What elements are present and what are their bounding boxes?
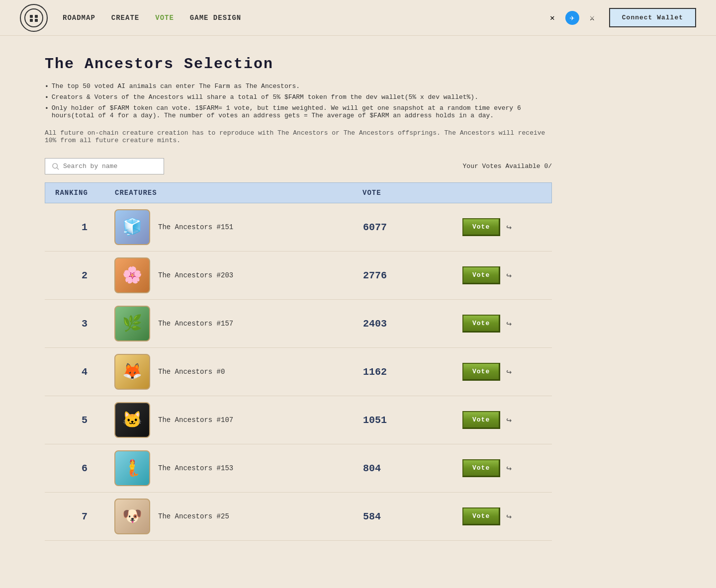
creature-name: The Ancestors #107 [158, 416, 233, 424]
main-content: The Ancestors Selection The top 50 voted… [0, 36, 597, 561]
creature-portrait: 🐱 [122, 410, 142, 430]
vote-actions: Vote ↪ [462, 218, 542, 236]
vote-actions: Vote ↪ [462, 315, 542, 333]
telegram-icon[interactable]: ✈ [565, 11, 579, 25]
creature-image: 🦊 [114, 354, 150, 390]
creature-portrait: 🌸 [122, 265, 142, 285]
nav-create[interactable]: CREATE [111, 14, 139, 22]
nav-game-design[interactable]: GAME DESIGN [190, 14, 241, 22]
page-title: The Ancestors Selection [45, 56, 552, 73]
table-row: 2 🌸 The Ancestors #203 2776 Vote ↪ [45, 252, 552, 300]
vote-count: 584 [363, 511, 462, 522]
info-item-1: The top 50 voted AI animals can enter Th… [45, 83, 552, 90]
creature-name: The Ancestors #203 [158, 271, 233, 279]
creature-portrait: 🧜 [122, 458, 142, 478]
twitter-icon[interactable]: ✕ [545, 11, 559, 25]
info-note: All future on-chain creature creation ha… [45, 129, 552, 144]
table-row: 7 🐶 The Ancestors #25 584 Vote ↪ [45, 493, 552, 541]
table-row: 6 🧜 The Ancestors #153 804 Vote ↪ [45, 444, 552, 493]
info-item-3: Only holder of $FARM token can vote. 1$F… [45, 104, 552, 119]
votes-available: Your Votes Available 0/ [463, 163, 552, 170]
creature-name: The Ancestors #151 [158, 223, 233, 231]
vote-button[interactable]: Vote [462, 363, 500, 381]
search-votes-row: Your Votes Available 0/ [45, 158, 552, 174]
share-icon[interactable]: ↪ [506, 318, 512, 329]
nav-roadmap[interactable]: ROADMAP [63, 14, 95, 22]
discord-icon[interactable]: ⚔ [585, 11, 599, 25]
creature-cell: 🌿 The Ancestors #157 [114, 306, 363, 341]
creature-portrait: 🦊 [122, 362, 142, 382]
creature-cell: 🦊 The Ancestors #0 [114, 354, 363, 390]
vote-actions: Vote ↪ [462, 266, 542, 284]
info-list: The top 50 voted AI animals can enter Th… [45, 83, 552, 119]
creatures-table: RANKING CREATURES VOTE 1 🧊 The Ancestors… [45, 182, 552, 541]
connect-wallet-button[interactable]: Connect Wallet [609, 8, 696, 27]
vote-button[interactable]: Vote [462, 266, 500, 284]
search-input[interactable] [63, 163, 157, 170]
creature-name: The Ancestors #0 [158, 368, 225, 376]
search-box [45, 158, 164, 174]
creature-name: The Ancestors #153 [158, 464, 233, 472]
rank-cell: 7 [55, 511, 114, 522]
creature-image: 🐱 [114, 402, 150, 438]
site-logo[interactable] [20, 4, 48, 32]
rank-cell: 6 [55, 463, 114, 474]
creature-cell: 🐶 The Ancestors #25 [114, 499, 363, 534]
creature-cell: 🧜 The Ancestors #153 [114, 450, 363, 486]
vote-count: 1162 [363, 366, 462, 378]
header-actions [462, 189, 541, 197]
share-icon[interactable]: ↪ [506, 511, 512, 522]
creature-name: The Ancestors #157 [158, 320, 233, 328]
table-row: 1 🧊 The Ancestors #151 6077 Vote ↪ [45, 203, 552, 252]
search-icon [52, 163, 59, 170]
svg-rect-4 [35, 19, 38, 22]
vote-count: 2776 [363, 270, 462, 281]
vote-count: 6077 [363, 222, 462, 233]
creature-name: The Ancestors #25 [158, 512, 229, 520]
creature-cell: 🐱 The Ancestors #107 [114, 402, 363, 438]
nav-social-icons: ✕ ✈ ⚔ [545, 11, 599, 25]
creature-image: 🧜 [114, 450, 150, 486]
rank-cell: 4 [55, 366, 114, 378]
share-icon[interactable]: ↪ [506, 415, 512, 425]
table-row: 3 🌿 The Ancestors #157 2403 Vote ↪ [45, 300, 552, 348]
vote-button[interactable]: Vote [462, 411, 500, 429]
svg-rect-1 [30, 15, 33, 18]
creature-cell: 🧊 The Ancestors #151 [114, 209, 363, 245]
vote-button[interactable]: Vote [462, 459, 500, 477]
rank-cell: 5 [55, 415, 114, 426]
creature-image: 🌸 [114, 257, 150, 293]
share-icon[interactable]: ↪ [506, 366, 512, 377]
vote-actions: Vote ↪ [462, 459, 542, 477]
creature-portrait: 🐶 [122, 506, 142, 526]
vote-button[interactable]: Vote [462, 507, 500, 525]
creature-image: 🌿 [114, 306, 150, 341]
creature-image: 🧊 [114, 209, 150, 245]
share-icon[interactable]: ↪ [506, 222, 512, 233]
header-ranking: RANKING [55, 189, 115, 197]
share-icon[interactable]: ↪ [506, 270, 512, 281]
table-row: 4 🦊 The Ancestors #0 1162 Vote ↪ [45, 348, 552, 396]
table-row: 5 🐱 The Ancestors #107 1051 Vote ↪ [45, 396, 552, 444]
table-body: 1 🧊 The Ancestors #151 6077 Vote ↪ 2 🌸 T… [45, 203, 552, 541]
creature-portrait: 🧊 [122, 217, 142, 237]
header-creatures: CREATURES [115, 189, 362, 197]
vote-count: 1051 [363, 415, 462, 426]
vote-actions: Vote ↪ [462, 363, 542, 381]
vote-actions: Vote ↪ [462, 411, 542, 429]
vote-button[interactable]: Vote [462, 315, 500, 333]
svg-line-6 [57, 168, 59, 169]
nav-vote[interactable]: VOTE [155, 14, 174, 22]
rank-cell: 3 [55, 318, 114, 330]
creature-image: 🐶 [114, 499, 150, 534]
creature-portrait: 🌿 [122, 314, 142, 334]
header-vote: VOTE [362, 189, 462, 197]
vote-actions: Vote ↪ [462, 507, 542, 525]
rank-cell: 2 [55, 270, 114, 281]
share-icon[interactable]: ↪ [506, 463, 512, 474]
svg-rect-3 [30, 19, 33, 22]
navbar: ROADMAP CREATE VOTE GAME DESIGN ✕ ✈ ⚔ Co… [0, 0, 716, 36]
svg-point-0 [25, 9, 43, 27]
vote-button[interactable]: Vote [462, 218, 500, 236]
svg-rect-2 [35, 15, 38, 18]
